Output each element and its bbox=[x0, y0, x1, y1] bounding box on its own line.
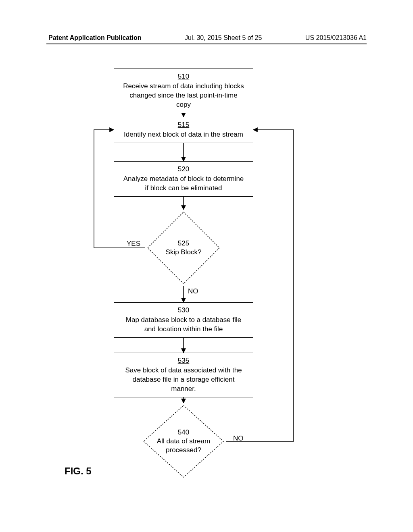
step-510: 510 Receive stream of data including blo… bbox=[114, 69, 253, 113]
step-535: 535 Save block of data associated with t… bbox=[114, 353, 253, 397]
step-515-num: 515 bbox=[121, 121, 246, 130]
label-no-525: NO bbox=[188, 287, 198, 295]
step-540-text2: processed? bbox=[166, 446, 201, 455]
step-540-num: 540 bbox=[178, 428, 189, 437]
label-yes: YES bbox=[127, 240, 140, 248]
step-530-text: Map database block to a database file an… bbox=[126, 316, 241, 333]
header-center: Jul. 30, 2015 Sheet 5 of 25 bbox=[185, 34, 262, 42]
step-540-decision: 540 All data of stream processed? bbox=[141, 403, 226, 480]
step-520-text: Analyze metadata of block to determine i… bbox=[123, 175, 244, 192]
step-530-num: 530 bbox=[121, 306, 246, 315]
step-525-decision: 525 Skip Block? bbox=[145, 210, 222, 286]
label-no-540: NO bbox=[233, 434, 244, 443]
step-540-text1: All data of stream bbox=[157, 437, 210, 446]
step-510-text: Receive stream of data including blocks … bbox=[123, 82, 244, 108]
step-530: 530 Map database block to a database fil… bbox=[114, 302, 253, 338]
step-525-text: Skip Block? bbox=[166, 248, 202, 257]
step-520-num: 520 bbox=[121, 165, 246, 174]
step-525-num: 525 bbox=[178, 239, 189, 248]
step-515-text: Identify next block of data in the strea… bbox=[124, 131, 243, 138]
header-rule bbox=[46, 44, 367, 44]
header-left: Patent Application Publication bbox=[48, 34, 142, 42]
step-535-text: Save block of data associated with the d… bbox=[125, 366, 242, 393]
header-right: US 2015/0213036 A1 bbox=[305, 34, 367, 42]
step-520: 520 Analyze metadata of block to determi… bbox=[114, 161, 253, 197]
step-535-num: 535 bbox=[121, 356, 246, 366]
step-510-num: 510 bbox=[121, 72, 246, 81]
step-515: 515 Identify next block of data in the s… bbox=[114, 117, 253, 143]
page-header: Patent Application Publication Jul. 30, … bbox=[0, 34, 413, 42]
figure-label: FIG. 5 bbox=[65, 466, 92, 477]
